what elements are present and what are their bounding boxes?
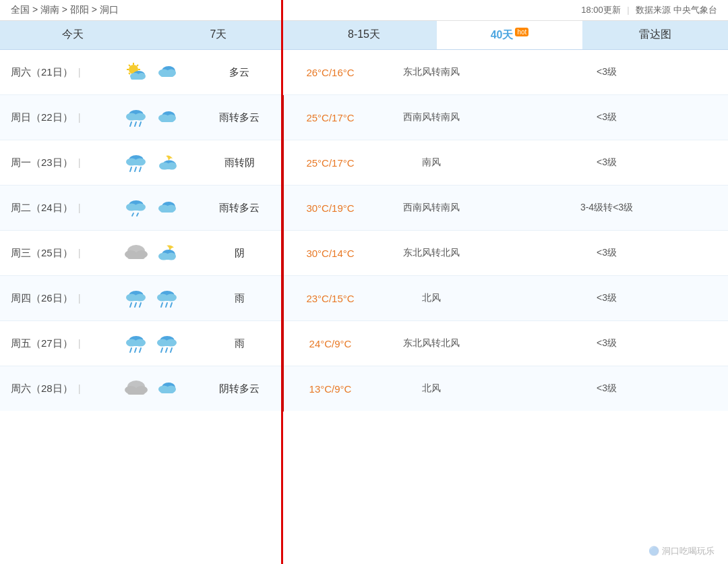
wind-level-cell: 3-4级转<3级	[485, 186, 728, 231]
svg-rect-67	[160, 298, 175, 301]
svg-line-7	[137, 65, 138, 66]
temp-cell: 25°C/17°C	[283, 95, 377, 140]
condition-cell: 阴	[195, 231, 283, 276]
icons-cell	[108, 186, 195, 231]
wind-level-cell: <3级	[485, 140, 728, 186]
temp-cell: 23°C/15°C	[283, 276, 377, 321]
weather-icon-day	[123, 59, 149, 85]
condition-text: 雨转阴	[224, 157, 255, 168]
svg-line-63	[140, 303, 141, 307]
condition-text: 阴	[235, 247, 245, 258]
weather-icons	[113, 105, 190, 130]
svg-rect-31	[129, 162, 144, 165]
weather-icon-night	[154, 285, 180, 311]
wind-level-cell: <3级	[485, 276, 728, 321]
weather-icon-day	[123, 105, 149, 130]
svg-line-22	[135, 122, 136, 126]
table-row: 周六（28日） | 阴转多云13°C/9°C北风<3级	[0, 366, 728, 412]
temp-cell: 24°C/9°C	[283, 321, 377, 366]
wind-cell: 东北风转北风	[377, 321, 485, 366]
svg-line-34	[140, 167, 141, 171]
watermark: 🔵 洞口吃喝玩乐	[648, 545, 715, 557]
weather-icon-day	[123, 331, 149, 356]
tab-40day[interactable]: 40天hot	[437, 21, 582, 49]
date-cell: 周二（24日） |	[0, 186, 108, 231]
wind-cell: 北风	[377, 276, 485, 321]
svg-rect-56	[161, 256, 175, 260]
condition-text: 雨	[235, 337, 245, 349]
icons-cell	[108, 366, 195, 412]
date-cell: 周四（26日） |	[0, 276, 108, 321]
condition-cell: 多云	[195, 50, 283, 95]
weather-icon-night	[154, 150, 180, 175]
svg-line-70	[171, 303, 172, 307]
condition-cell: 雨转阴	[195, 140, 283, 186]
weather-icon-night	[154, 240, 180, 266]
svg-rect-88	[127, 390, 145, 395]
tab-7day[interactable]: 7天	[146, 21, 291, 49]
top-bar: 全国 > 湖南 > 邵阳 > 洞口 18:00更新 | 数据来源 中央气象台	[0, 0, 728, 21]
table-row: 周六（21日） | 多云26°C/16°C东北风转南风<3级	[0, 50, 728, 95]
weather-icon-day	[123, 150, 149, 175]
svg-line-62	[135, 303, 136, 307]
wind-level-cell: <3级	[485, 231, 728, 276]
svg-line-75	[130, 348, 131, 352]
svg-line-5	[129, 65, 130, 66]
breadcrumb[interactable]: 全国 > 湖南 > 邵阳 > 洞口	[11, 4, 119, 16]
weather-icon-night	[154, 376, 180, 401]
date-cell: 周六（21日） |	[0, 50, 108, 95]
svg-rect-60	[129, 298, 144, 301]
weather-icon-day	[123, 195, 149, 221]
condition-text: 雨	[235, 292, 245, 304]
svg-line-44	[137, 213, 138, 216]
condition-text: 雨转多云	[219, 111, 260, 123]
table-row: 周二（24日） | 雨转多云30°C/19°C西南风转南风3-4级转<3级	[0, 186, 728, 231]
weather-icon-night	[154, 331, 180, 356]
condition-cell: 雨转多云	[195, 186, 283, 231]
weather-icon-day	[123, 240, 149, 266]
svg-rect-74	[129, 343, 144, 346]
condition-cell: 雨	[195, 321, 283, 366]
date-cell: 周日（22日） |	[0, 95, 108, 140]
wind-cell: 东北风转南风	[377, 50, 485, 95]
svg-rect-92	[160, 389, 174, 393]
tab-today[interactable]: 今天	[0, 21, 146, 49]
wind-level-cell: <3级	[485, 321, 728, 366]
svg-line-61	[130, 303, 131, 307]
date-cell: 周五（27日） |	[0, 321, 108, 366]
weather-icons	[113, 331, 190, 356]
tab-8-15day[interactable]: 8-15天	[291, 21, 437, 49]
svg-line-68	[161, 303, 162, 307]
icons-cell	[108, 95, 195, 140]
svg-line-8	[129, 73, 130, 74]
temp-cell: 25°C/17°C	[283, 140, 377, 186]
wind-level-cell: <3级	[485, 366, 728, 412]
wind-cell: 东北风转北风	[377, 231, 485, 276]
icons-cell	[108, 140, 195, 186]
tab-radar[interactable]: 雷达图	[582, 21, 728, 49]
svg-line-32	[130, 167, 131, 171]
weather-icons	[113, 59, 190, 85]
condition-text: 雨转多云	[219, 202, 260, 213]
svg-rect-42	[129, 207, 144, 210]
table-row: 周日（22日） | 雨转多云25°C/17°C西南风转南风<3级	[0, 95, 728, 140]
table-row: 周五（27日） | 雨24°C/9°C东北风转北风<3级	[0, 321, 728, 366]
svg-line-21	[130, 122, 131, 126]
weather-icon-night	[154, 105, 180, 130]
date-cell: 周六（28日） |	[0, 366, 108, 412]
condition-cell: 雨	[195, 276, 283, 321]
icons-cell	[108, 321, 195, 366]
temp-cell: 13°C/9°C	[283, 366, 377, 412]
red-line-indicator	[281, 0, 283, 564]
weather-icon-night	[154, 195, 180, 221]
wind-cell: 西南风转南风	[377, 186, 485, 231]
wind-cell: 北风	[377, 366, 485, 412]
update-info: 18:00更新 | 数据来源 中央气象台	[581, 4, 717, 16]
svg-line-23	[140, 122, 141, 126]
weather-icons	[113, 376, 190, 401]
svg-rect-12	[131, 76, 143, 80]
weather-icon-night	[154, 59, 180, 85]
svg-line-84	[171, 348, 172, 352]
svg-rect-16	[160, 73, 174, 77]
svg-line-83	[166, 348, 167, 352]
